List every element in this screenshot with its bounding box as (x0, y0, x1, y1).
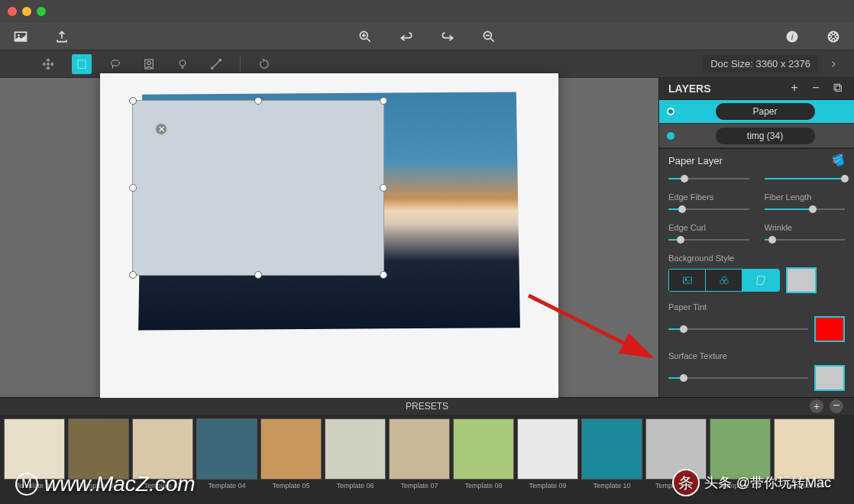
paper-layer-selection[interactable]: ✕ (132, 100, 384, 276)
layer-name: Paper (716, 103, 815, 120)
opacity-slider-2[interactable] (765, 174, 846, 183)
info-icon[interactable]: i (783, 27, 801, 46)
svg-point-14 (219, 59, 221, 60)
add-layer-button[interactable]: + (787, 81, 802, 96)
preset-item[interactable]: Template 09 (517, 418, 578, 489)
remove-preset-button[interactable]: − (830, 399, 843, 413)
preset-label: Template 07 (389, 482, 450, 489)
resize-handle[interactable] (380, 184, 387, 192)
duplicate-layer-button[interactable]: ⧉ (830, 81, 845, 96)
preset-label: Template 09 (517, 482, 578, 489)
fiber-length-label: Fiber Length (765, 192, 846, 202)
layers-header: LAYERS + − ⧉ (659, 78, 854, 100)
texture-swatch[interactable] (786, 267, 817, 293)
move-tool-icon[interactable] (38, 54, 58, 74)
svg-rect-8 (78, 60, 86, 68)
bg-style-image-button[interactable] (669, 270, 706, 291)
svg-point-9 (112, 60, 120, 66)
resize-handle[interactable] (129, 97, 137, 105)
resize-handle[interactable] (254, 97, 262, 105)
preset-label: Template 05 (260, 482, 322, 489)
svg-text:i: i (791, 31, 794, 41)
svg-point-13 (212, 67, 213, 69)
surface-texture-swatch[interactable] (814, 365, 845, 391)
fiber-length-slider[interactable] (765, 205, 846, 214)
bg-style-color-button[interactable] (706, 270, 742, 291)
line-tool-icon[interactable] (206, 54, 226, 74)
redo-icon[interactable] (438, 27, 457, 46)
resize-handle[interactable] (254, 271, 262, 279)
resize-handle[interactable] (129, 271, 137, 279)
image-icon[interactable] (11, 27, 30, 46)
settings-icon[interactable] (824, 27, 843, 46)
right-panel: LAYERS + − ⧉ Paper timg (34) Paper Layer… (658, 78, 854, 397)
preset-item[interactable]: Template 07 (389, 418, 450, 489)
edge-curl-label: Edge Curl (668, 223, 749, 232)
undo-icon[interactable] (397, 27, 416, 46)
document-canvas[interactable]: ✕ (100, 73, 558, 402)
light-tool-icon[interactable] (173, 54, 192, 74)
layer-item[interactable]: timg (34) (659, 124, 854, 148)
zoom-in-icon[interactable] (356, 27, 374, 46)
preset-label: Template 04 (196, 482, 257, 489)
portrait-tool-icon[interactable] (139, 54, 159, 74)
top-toolbar: i (0, 23, 854, 50)
layers-title: LAYERS (668, 82, 781, 95)
lasso-tool-icon[interactable] (105, 54, 125, 74)
svg-point-19 (724, 279, 728, 283)
svg-point-17 (722, 276, 726, 280)
chevron-right-icon[interactable] (824, 55, 843, 73)
svg-point-12 (180, 60, 186, 66)
svg-point-18 (720, 279, 723, 283)
remove-layer-button[interactable]: − (808, 81, 823, 96)
edge-fibers-slider[interactable] (668, 205, 749, 214)
close-window-button[interactable] (8, 7, 17, 16)
layer-name: timg (34) (716, 128, 815, 144)
export-icon[interactable] (53, 27, 71, 46)
canvas-area[interactable]: ✕ (0, 78, 658, 397)
paper-tint-slider[interactable] (668, 325, 808, 334)
layer-visibility-icon[interactable] (667, 108, 674, 115)
preset-item[interactable]: Template 10 (581, 418, 642, 489)
paper-layer-title: Paper Layer (668, 155, 723, 166)
edge-curl-slider[interactable] (668, 235, 749, 244)
preset-item[interactable]: Template 04 (196, 418, 257, 489)
resize-handle[interactable] (380, 271, 387, 279)
add-preset-button[interactable]: + (810, 399, 823, 413)
resize-handle[interactable] (380, 97, 387, 105)
presets-title: PRESETS (406, 401, 448, 412)
paint-bucket-icon[interactable]: 🪣 (831, 153, 846, 169)
svg-point-16 (685, 279, 687, 280)
window-titlebar (0, 0, 854, 23)
bg-style-texture-button[interactable] (742, 270, 779, 291)
crop-tool-icon[interactable] (72, 54, 92, 74)
surface-texture-label: Surface Texture (668, 351, 845, 360)
wrinkle-label: Wrinkle (765, 223, 846, 232)
delete-layer-icon[interactable]: ✕ (154, 122, 168, 136)
svg-point-7 (832, 34, 835, 37)
preset-item[interactable]: Template 06 (325, 418, 386, 489)
preset-label: Template 06 (325, 482, 386, 489)
watermark-right: 条 头条 @带你玩转Mac (672, 469, 831, 496)
doc-size-display: Doc Size: 3360 x 2376 (703, 55, 818, 73)
preset-label: Template 08 (453, 482, 514, 489)
preset-item[interactable]: Template 05 (260, 418, 322, 489)
watermark-left: M www.MacZ.com (15, 472, 196, 496)
resize-handle[interactable] (129, 184, 137, 192)
surface-texture-slider[interactable] (668, 373, 808, 383)
svg-point-1 (18, 34, 20, 37)
layer-item[interactable]: Paper (659, 100, 854, 124)
zoom-out-icon[interactable] (480, 27, 498, 46)
paper-tint-label: Paper Tint (668, 302, 845, 312)
layer-visibility-icon[interactable] (667, 132, 674, 140)
opacity-slider-1[interactable] (668, 174, 749, 183)
svg-point-11 (147, 61, 151, 65)
rotate-tool-icon[interactable] (254, 54, 274, 74)
minimize-window-button[interactable] (22, 7, 31, 16)
tint-color-swatch[interactable] (814, 316, 845, 342)
preset-label: Template 10 (581, 482, 642, 489)
wrinkle-slider[interactable] (765, 235, 846, 244)
edge-fibers-label: Edge Fibers (668, 192, 749, 202)
maximize-window-button[interactable] (37, 7, 46, 16)
preset-item[interactable]: Template 08 (453, 418, 514, 489)
